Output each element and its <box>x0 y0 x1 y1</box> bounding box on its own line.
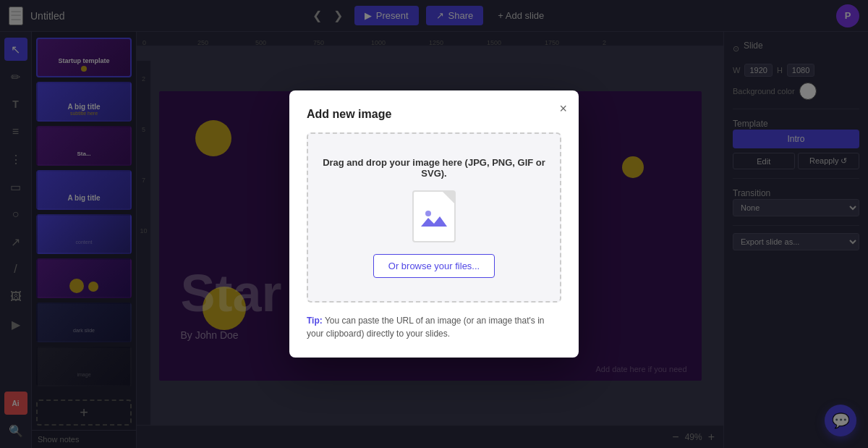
modal-close-button[interactable]: × <box>559 102 567 115</box>
file-corner <box>443 192 454 203</box>
file-icon <box>412 190 456 242</box>
add-image-modal: Add new image × Drag and drop your image… <box>289 90 579 358</box>
modal-tip: Tip: You can paste the URL of an image (… <box>307 314 561 340</box>
drop-zone-text: Drag and drop your image here (JPG, PNG,… <box>323 157 545 179</box>
modal-title: Add new image <box>307 108 561 121</box>
image-placeholder-icon <box>420 206 448 232</box>
drop-zone[interactable]: Drag and drop your image here (JPG, PNG,… <box>307 132 561 303</box>
browse-files-button[interactable]: Or browse your files... <box>373 254 495 278</box>
tip-text: You can paste the URL of an image (or an… <box>307 316 545 339</box>
tip-label: Tip: <box>307 316 323 326</box>
svg-point-0 <box>425 211 431 216</box>
modal-overlay: Add new image × Drag and drop your image… <box>0 0 868 448</box>
